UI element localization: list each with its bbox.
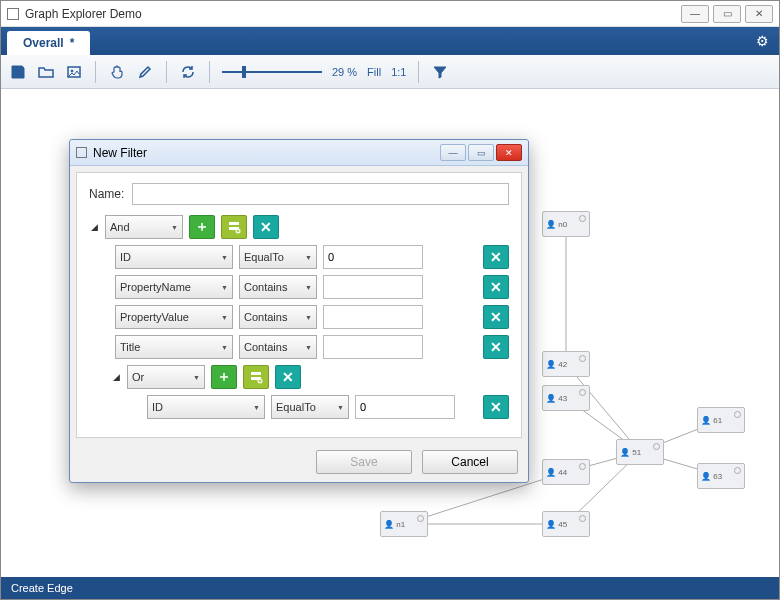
- app-titlebar: Graph Explorer Demo — ▭ ✕: [1, 1, 779, 27]
- new-filter-dialog: New Filter — ▭ ✕ Name: ◢ And▼ ＋: [69, 139, 529, 483]
- filter-condition-row: ID▼EqualTo▼✕: [147, 395, 509, 419]
- zoom-percent-label: 29 %: [332, 66, 357, 78]
- save-button[interactable]: Save: [316, 450, 412, 474]
- name-label: Name:: [89, 187, 124, 201]
- window-close-button[interactable]: ✕: [745, 5, 773, 23]
- status-bar: Create Edge: [1, 577, 779, 599]
- group-operator-select[interactable]: And▼: [105, 215, 183, 239]
- tab-dirty-marker: *: [70, 36, 75, 50]
- tab-overall[interactable]: Overall *: [7, 31, 90, 55]
- cancel-button[interactable]: Cancel: [422, 450, 518, 474]
- edit-icon[interactable]: [136, 63, 154, 81]
- remove-condition-button[interactable]: ✕: [483, 335, 509, 359]
- filter-condition-row: ID▼EqualTo▼✕: [115, 245, 509, 269]
- window-maximize-button[interactable]: ▭: [713, 5, 741, 23]
- value-input[interactable]: [323, 275, 423, 299]
- remove-condition-button[interactable]: ✕: [483, 395, 509, 419]
- graph-node[interactable]: 👤 n1: [380, 511, 428, 537]
- name-input[interactable]: [132, 183, 509, 205]
- graph-node[interactable]: 👤 51: [616, 439, 664, 465]
- app-window: Graph Explorer Demo — ▭ ✕ Overall * ⚙ 29…: [0, 0, 780, 600]
- field-select[interactable]: ID▼: [147, 395, 265, 419]
- remove-condition-button[interactable]: ✕: [483, 305, 509, 329]
- zoom-slider[interactable]: [222, 71, 322, 73]
- remove-condition-button[interactable]: ✕: [483, 245, 509, 269]
- filter-group-or: ◢ Or▼ ＋ ✕: [111, 365, 509, 389]
- add-group-button[interactable]: [243, 365, 269, 389]
- expand-toggle-icon[interactable]: ◢: [111, 372, 121, 382]
- zoom-fill-button[interactable]: Fill: [367, 66, 381, 78]
- refresh-icon[interactable]: [179, 63, 197, 81]
- filter-icon[interactable]: [431, 63, 449, 81]
- group-operator-select[interactable]: Or▼: [127, 365, 205, 389]
- pan-icon[interactable]: [108, 63, 126, 81]
- graph-node[interactable]: 👤 n0: [542, 211, 590, 237]
- dialog-maximize-button[interactable]: ▭: [468, 144, 494, 161]
- graph-node[interactable]: 👤 44: [542, 459, 590, 485]
- filter-tree: ◢ And▼ ＋ ✕ ID▼EqualTo▼✕PropertyName▼Cont…: [89, 215, 509, 419]
- dialog-title: New Filter: [93, 146, 147, 160]
- tabstrip: Overall * ⚙: [1, 27, 779, 55]
- filter-condition-row: PropertyName▼Contains▼✕: [115, 275, 509, 299]
- comparator-select[interactable]: EqualTo▼: [271, 395, 349, 419]
- save-icon[interactable]: [9, 63, 27, 81]
- dialog-minimize-button[interactable]: —: [440, 144, 466, 161]
- filter-group-and: ◢ And▼ ＋ ✕: [89, 215, 509, 239]
- zoom-1to1-button[interactable]: 1:1: [391, 66, 406, 78]
- remove-condition-button[interactable]: ✕: [483, 275, 509, 299]
- remove-group-button[interactable]: ✕: [253, 215, 279, 239]
- add-condition-button[interactable]: ＋: [211, 365, 237, 389]
- field-select[interactable]: Title▼: [115, 335, 233, 359]
- dialog-icon: [76, 147, 87, 158]
- svg-rect-14: [251, 372, 261, 375]
- add-condition-button[interactable]: ＋: [189, 215, 215, 239]
- expand-toggle-icon[interactable]: ◢: [89, 222, 99, 232]
- dialog-button-row: Save Cancel: [70, 444, 528, 482]
- open-icon[interactable]: [37, 63, 55, 81]
- dialog-body: Name: ◢ And▼ ＋ ✕ ID▼EqualTo▼✕PropertyNam…: [76, 172, 522, 438]
- filter-condition-row: Title▼Contains▼✕: [115, 335, 509, 359]
- tab-label: Overall: [23, 36, 64, 50]
- value-input[interactable]: [355, 395, 455, 419]
- comparator-select[interactable]: Contains▼: [239, 335, 317, 359]
- svg-point-1: [71, 70, 73, 72]
- image-icon[interactable]: [65, 63, 83, 81]
- status-text: Create Edge: [11, 582, 73, 594]
- zoom-thumb[interactable]: [242, 66, 246, 78]
- comparator-select[interactable]: Contains▼: [239, 275, 317, 299]
- graph-node[interactable]: 👤 63: [697, 463, 745, 489]
- graph-node[interactable]: 👤 43: [542, 385, 590, 411]
- dialog-titlebar[interactable]: New Filter — ▭ ✕: [70, 140, 528, 166]
- add-group-button[interactable]: [221, 215, 247, 239]
- value-input[interactable]: [323, 245, 423, 269]
- filter-group-or-wrapper: ◢ Or▼ ＋ ✕ ID▼EqualTo▼✕: [111, 365, 509, 419]
- remove-group-button[interactable]: ✕: [275, 365, 301, 389]
- dialog-close-button[interactable]: ✕: [496, 144, 522, 161]
- svg-rect-11: [229, 222, 239, 225]
- value-input[interactable]: [323, 335, 423, 359]
- field-select[interactable]: ID▼: [115, 245, 233, 269]
- gear-icon[interactable]: ⚙: [756, 33, 769, 49]
- value-input[interactable]: [323, 305, 423, 329]
- app-title: Graph Explorer Demo: [25, 7, 142, 21]
- app-icon: [7, 8, 19, 20]
- graph-node[interactable]: 👤 61: [697, 407, 745, 433]
- graph-node[interactable]: 👤 42: [542, 351, 590, 377]
- comparator-select[interactable]: Contains▼: [239, 305, 317, 329]
- comparator-select[interactable]: EqualTo▼: [239, 245, 317, 269]
- filter-condition-row: PropertyValue▼Contains▼✕: [115, 305, 509, 329]
- graph-node[interactable]: 👤 45: [542, 511, 590, 537]
- field-select[interactable]: PropertyValue▼: [115, 305, 233, 329]
- window-minimize-button[interactable]: —: [681, 5, 709, 23]
- field-select[interactable]: PropertyName▼: [115, 275, 233, 299]
- toolbar: 29 % Fill 1:1: [1, 55, 779, 89]
